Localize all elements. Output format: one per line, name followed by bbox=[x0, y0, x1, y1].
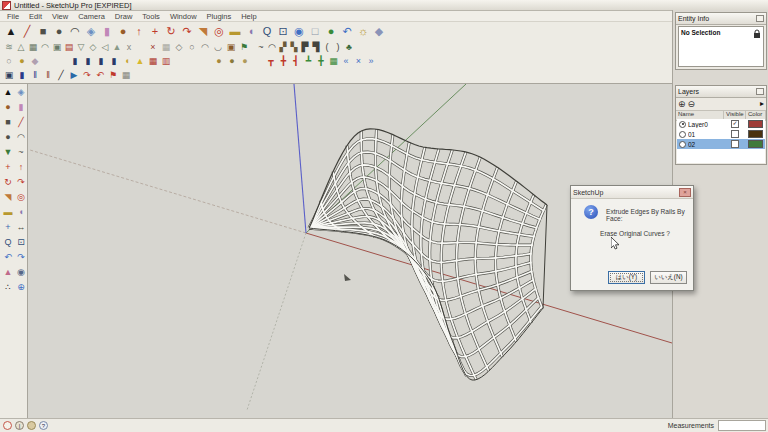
line-tool[interactable]: ╱ bbox=[19, 24, 35, 39]
layer-visible-checkbox[interactable] bbox=[731, 130, 739, 138]
protractor-tool[interactable]: ◖ bbox=[243, 24, 259, 39]
rotate-tool[interactable]: ↻ bbox=[163, 24, 179, 39]
bird-icon[interactable]: ▶ bbox=[67, 69, 81, 82]
zoom-tool[interactable]: Q bbox=[1, 236, 15, 249]
menu-item-view[interactable]: View bbox=[47, 12, 73, 21]
position-camera-tool[interactable]: ▲ bbox=[1, 266, 15, 279]
geolocation-status-icon[interactable] bbox=[3, 421, 12, 430]
help-status-icon[interactable]: ? bbox=[39, 421, 48, 430]
diamond-shape-tool[interactable]: ◇ bbox=[172, 41, 186, 54]
select-tool[interactable]: ▲ bbox=[1, 86, 15, 99]
arc-close-tool[interactable]: ◡ bbox=[211, 41, 225, 54]
previous-view-tool[interactable]: ↶ bbox=[339, 24, 355, 39]
circle-tool[interactable]: ● bbox=[51, 24, 67, 39]
freehand-tool[interactable]: ~ bbox=[14, 146, 28, 159]
cone-icon[interactable]: ◖ bbox=[120, 55, 134, 68]
credits-status-icon[interactable] bbox=[27, 421, 36, 430]
layout-panel-icon-1[interactable]: ▮ bbox=[68, 55, 82, 68]
move-tool[interactable]: + bbox=[1, 161, 15, 174]
lock-icon[interactable]: ● bbox=[15, 55, 29, 68]
unlock-icon[interactable]: ○ bbox=[2, 55, 16, 68]
orbit-tool[interactable]: ◉ bbox=[291, 24, 307, 39]
follow-me-tool[interactable]: ↷ bbox=[179, 24, 195, 39]
zoom-tool[interactable]: Q bbox=[259, 24, 275, 39]
grid-icon[interactable]: ▦ bbox=[159, 41, 173, 54]
protractor-tool[interactable]: ◖ bbox=[14, 206, 28, 219]
move-tool[interactable]: + bbox=[147, 24, 163, 39]
entity-info-collapse-button[interactable] bbox=[756, 15, 764, 22]
layer-color-swatch[interactable] bbox=[748, 120, 763, 128]
layer-active-radio[interactable] bbox=[679, 121, 686, 128]
eraser-tool[interactable]: ▮ bbox=[14, 101, 28, 114]
orbit-tool[interactable]: ⊕ bbox=[14, 281, 28, 294]
layers-details-button[interactable]: ▸ bbox=[760, 100, 764, 108]
layer-row-layer0[interactable]: Layer0✓ bbox=[677, 119, 765, 129]
paint-bucket-tool[interactable]: ● bbox=[115, 24, 131, 39]
make-component-tool[interactable]: ◈ bbox=[83, 24, 99, 39]
eraser-tool[interactable]: ▮ bbox=[99, 24, 115, 39]
layer-active-radio[interactable] bbox=[679, 131, 686, 138]
tape-measure-tool[interactable]: ▬ bbox=[1, 206, 15, 219]
menu-item-window[interactable]: Window bbox=[165, 12, 202, 21]
next-view-tool[interactable]: ↷ bbox=[14, 251, 28, 264]
layer-name[interactable]: 01 bbox=[688, 131, 725, 138]
layer-visible-checkbox[interactable]: ✓ bbox=[731, 120, 739, 128]
globe-icon-1[interactable]: ● bbox=[212, 55, 226, 68]
oval-shape-tool[interactable]: ○ bbox=[185, 41, 199, 54]
red-arc-icon-2[interactable]: ↶ bbox=[93, 69, 107, 82]
follow-me-tool[interactable]: ↷ bbox=[14, 176, 28, 189]
dark-box-icon[interactable]: ▣ bbox=[2, 69, 16, 82]
red-arc-icon-1[interactable]: ↷ bbox=[80, 69, 94, 82]
add-layer-button[interactable]: ⊕ bbox=[678, 100, 686, 109]
red-grid-icon-1[interactable]: ▦ bbox=[146, 55, 160, 68]
scale-tool[interactable]: ◥ bbox=[195, 24, 211, 39]
axes-tool[interactable]: + bbox=[1, 221, 15, 234]
push-pull-tool[interactable]: ↑ bbox=[131, 24, 147, 39]
arc-open-tool[interactable]: ◠ bbox=[198, 41, 212, 54]
stack-icon-1[interactable]: ‖ bbox=[28, 69, 42, 82]
offset-tool[interactable]: ◎ bbox=[14, 191, 28, 204]
rectangle-tool[interactable]: ■ bbox=[35, 24, 51, 39]
leaf-tool[interactable]: ♣ bbox=[342, 41, 356, 54]
get-models-tool[interactable]: ◆ bbox=[371, 24, 387, 39]
flag-tool[interactable]: ⚑ bbox=[237, 41, 251, 54]
layers-collapse-button[interactable] bbox=[756, 88, 764, 95]
menu-item-plugins[interactable]: Plugins bbox=[202, 12, 237, 21]
rotate-tool[interactable]: ↻ bbox=[1, 176, 15, 189]
polygon-tool[interactable]: ▼ bbox=[1, 146, 15, 159]
measurements-input[interactable] bbox=[718, 420, 766, 431]
pencil-icon[interactable]: ╱ bbox=[54, 69, 68, 82]
select-tool[interactable]: ▲ bbox=[3, 24, 19, 39]
claim-status-icon[interactable]: | bbox=[15, 421, 24, 430]
stack-icon-2[interactable]: ‖ bbox=[41, 69, 55, 82]
no-button[interactable]: いいえ(N) bbox=[650, 271, 687, 284]
zoom-window-tool[interactable]: ⊡ bbox=[14, 236, 28, 249]
blue-bar-icon[interactable]: ▮ bbox=[15, 69, 29, 82]
remove-layer-button[interactable]: ⊖ bbox=[688, 100, 696, 109]
look-around-tool[interactable]: ◉ bbox=[14, 266, 28, 279]
warning-icon[interactable]: ▲ bbox=[133, 55, 147, 68]
layout-panel-icon-2[interactable]: ▮ bbox=[81, 55, 95, 68]
blue-forward-icon[interactable]: » bbox=[364, 55, 378, 68]
menu-item-edit[interactable]: Edit bbox=[24, 12, 47, 21]
menu-item-camera[interactable]: Camera bbox=[73, 12, 110, 21]
menu-item-help[interactable]: Help bbox=[236, 12, 261, 21]
layer-name[interactable]: Layer0 bbox=[688, 121, 725, 128]
red-flag-icon[interactable]: ⚑ bbox=[106, 69, 120, 82]
offset-tool[interactable]: ◎ bbox=[211, 24, 227, 39]
menu-item-file[interactable]: File bbox=[2, 12, 24, 21]
yes-button[interactable]: はい(Y) bbox=[608, 271, 645, 284]
push-pull-tool[interactable]: ↑ bbox=[14, 161, 28, 174]
tape-measure-tool[interactable]: ▬ bbox=[227, 24, 243, 39]
rectangle-tool[interactable]: ■ bbox=[1, 116, 15, 129]
paint-bucket-tool[interactable]: ● bbox=[1, 101, 15, 114]
layer-row-01[interactable]: 01 bbox=[677, 129, 765, 139]
layout-panel-icon-3[interactable]: ▮ bbox=[94, 55, 108, 68]
grab-icon[interactable]: ◆ bbox=[28, 55, 42, 68]
previous-view-tool[interactable]: ↶ bbox=[1, 251, 15, 264]
circle-tool[interactable]: ● bbox=[1, 131, 15, 144]
line-tool[interactable]: ╱ bbox=[14, 116, 28, 129]
layer-color-swatch[interactable] bbox=[748, 130, 763, 138]
pan-tool[interactable]: □ bbox=[307, 24, 323, 39]
dimension-tool[interactable]: ↔ bbox=[14, 221, 28, 234]
